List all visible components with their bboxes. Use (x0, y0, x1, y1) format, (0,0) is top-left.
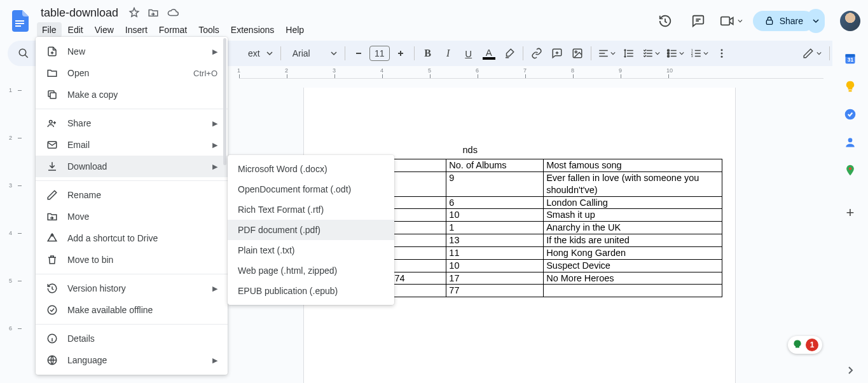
menu-download[interactable]: Download ▶ (36, 156, 228, 177)
table-heading: nds (317, 145, 722, 155)
menubar-view[interactable]: View (90, 22, 119, 37)
keep-icon[interactable] (844, 80, 857, 93)
document-title[interactable]: table-download (37, 5, 122, 21)
explore-icon (792, 339, 803, 351)
docs-logo[interactable] (8, 8, 33, 34)
menu-email[interactable]: Email ▶ (36, 134, 228, 156)
menu-details[interactable]: Details (36, 328, 228, 349)
notification-badge: 1 (806, 339, 818, 351)
line-spacing-icon[interactable] (619, 44, 638, 63)
history-icon (46, 282, 59, 295)
insert-link-icon[interactable] (527, 44, 546, 63)
insert-image-icon[interactable] (568, 44, 587, 63)
star-icon[interactable] (128, 7, 140, 18)
tasks-icon[interactable] (844, 108, 857, 121)
menu-add-shortcut[interactable]: Add a shortcut to Drive (36, 227, 228, 249)
bulleted-list-icon[interactable] (664, 44, 687, 63)
svg-point-5 (19, 49, 26, 56)
menubar-tools[interactable]: Tools (193, 22, 224, 37)
chevron-right-icon: ▶ (212, 48, 217, 56)
editing-mode-icon[interactable] (800, 44, 824, 63)
checklist-icon[interactable] (640, 44, 663, 63)
contacts-icon[interactable] (844, 136, 857, 149)
move-icon[interactable] (148, 7, 159, 18)
font-size-input[interactable]: 11 (369, 46, 390, 61)
font-label: Arial (289, 48, 314, 58)
download-txt[interactable]: Plain text (.txt) (228, 240, 394, 260)
explore-status-bubble[interactable]: 1 (788, 336, 822, 354)
menubar-insert[interactable]: Insert (120, 22, 153, 37)
cloud-icon[interactable] (167, 7, 179, 18)
italic-icon[interactable]: I (439, 44, 458, 63)
move-folder-icon (46, 210, 59, 223)
paragraph-style-dropdown[interactable]: ext (240, 48, 277, 58)
svg-rect-20 (849, 90, 852, 92)
svg-text:31: 31 (848, 57, 854, 63)
trash-icon (46, 253, 59, 266)
download-epub[interactable]: EPUB publication (.epub) (228, 281, 394, 301)
menubar-extensions[interactable]: Extensions (226, 22, 279, 37)
offline-icon (46, 304, 59, 316)
add-addon-icon[interactable]: + (846, 205, 855, 221)
menu-move-to-bin[interactable]: Move to bin (36, 249, 228, 271)
menu-language[interactable]: Language ▶ (36, 349, 228, 371)
search-icon[interactable] (14, 44, 33, 63)
menubar-format[interactable]: Format (154, 22, 192, 37)
history-icon[interactable] (654, 10, 677, 32)
svg-point-9 (667, 53, 669, 55)
copy-icon (46, 88, 59, 101)
underline-icon[interactable]: U (459, 44, 478, 63)
meet-icon[interactable] (720, 10, 743, 32)
align-icon[interactable] (595, 44, 618, 63)
bold-icon[interactable]: B (418, 44, 437, 63)
vertical-ruler: 123456 (6, 75, 24, 383)
svg-point-22 (848, 138, 853, 142)
share-button[interactable]: Share (753, 11, 815, 31)
paragraph-style-label: ext (244, 48, 264, 58)
menu-share[interactable]: Share ▶ (36, 112, 228, 134)
menu-rename[interactable]: Rename (36, 184, 228, 206)
menubar-file[interactable]: File (37, 22, 62, 37)
user-avatar[interactable] (840, 11, 860, 31)
maps-icon[interactable] (844, 164, 857, 177)
title-area: table-download File Edit View Insert For… (37, 5, 654, 37)
comments-icon[interactable] (687, 10, 710, 32)
svg-rect-24 (50, 93, 56, 98)
download-odt[interactable]: OpenDocument format (.odt) (228, 179, 394, 199)
highlight-icon[interactable] (500, 44, 519, 63)
menu-version-history[interactable]: Version history ▶ (36, 278, 228, 299)
calendar-icon[interactable]: 31 (844, 52, 857, 65)
share-label: Share (780, 16, 803, 26)
info-icon (46, 332, 59, 345)
menu-make-copy[interactable]: Make a copy (36, 84, 228, 105)
add-comment-icon[interactable] (548, 44, 567, 63)
more-icon[interactable] (712, 44, 731, 63)
download-rtf[interactable]: Rich Text Format (.rtf) (228, 199, 394, 220)
svg-point-16 (720, 56, 722, 58)
font-dropdown[interactable]: Arial (285, 48, 341, 58)
svg-point-15 (720, 53, 722, 55)
menu-new[interactable]: New ▶ (36, 41, 228, 62)
drive-shortcut-icon (46, 232, 59, 245)
decrease-font-icon[interactable] (349, 44, 368, 63)
svg-point-27 (48, 306, 57, 314)
menu-open[interactable]: Open Ctrl+O (36, 62, 228, 84)
menubar-edit[interactable]: Edit (63, 22, 88, 37)
menubar: File Edit View Insert Format Tools Exten… (37, 22, 654, 37)
download-html[interactable]: Web page (.html, zipped) (228, 260, 394, 281)
menubar-help[interactable]: Help (280, 22, 309, 37)
email-icon (46, 138, 59, 151)
svg-point-8 (667, 50, 669, 51)
download-docx[interactable]: Microsoft Word (.docx) (228, 159, 394, 179)
text-color-icon[interactable]: A (479, 44, 499, 63)
share-dropdown[interactable] (807, 9, 825, 33)
download-pdf[interactable]: PDF document (.pdf) (228, 220, 394, 240)
numbered-list-icon[interactable]: 123 (688, 44, 711, 63)
svg-point-23 (849, 167, 851, 170)
menu-move[interactable]: Move (36, 206, 228, 227)
collapse-side-panel-icon[interactable] (845, 365, 855, 375)
header-right: Share (654, 9, 860, 33)
increase-font-icon[interactable] (391, 44, 410, 63)
menu-make-offline[interactable]: Make available offline (36, 299, 228, 321)
svg-point-10 (667, 55, 669, 57)
